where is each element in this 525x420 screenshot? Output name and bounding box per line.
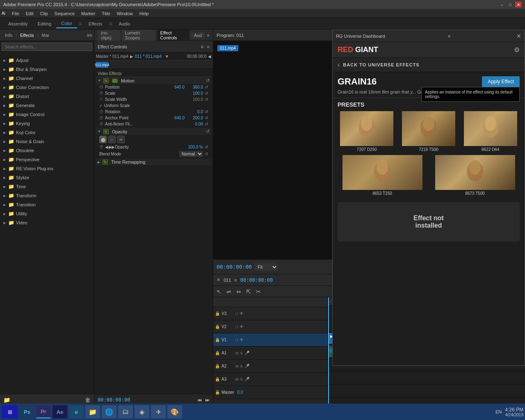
v3-eye-icon[interactable]: 👁 bbox=[240, 311, 244, 316]
tl-menu-icon[interactable]: ≡ bbox=[234, 278, 237, 283]
blend-mode-select[interactable]: Normal Multiply Screen bbox=[179, 151, 203, 157]
taskbar-app-ae[interactable]: Ae bbox=[52, 405, 67, 418]
source-tab-audio[interactable]: Aud bbox=[191, 32, 205, 39]
a2-lock-icon[interactable]: 🔒 bbox=[215, 364, 220, 368]
v2-fx-icon[interactable]: □ bbox=[235, 324, 238, 329]
scale-width-reset[interactable]: ↺ bbox=[205, 97, 208, 102]
preset-7207[interactable]: 7207 D250 bbox=[338, 111, 396, 152]
ec-opacity-pen[interactable]: ✏ bbox=[117, 136, 125, 143]
taskbar-app-files[interactable]: 🗂 bbox=[118, 405, 133, 418]
a2-m[interactable]: M bbox=[235, 364, 239, 368]
a1-lock-icon[interactable]: 🔒 bbox=[215, 351, 220, 355]
preset-7219[interactable]: 7219 T500 bbox=[399, 111, 458, 152]
taskbar-app-ps[interactable]: Ps bbox=[20, 405, 34, 418]
v3-fx-icon[interactable]: □ bbox=[235, 311, 238, 316]
a3-s[interactable]: S bbox=[240, 377, 243, 381]
master-lock-icon[interactable]: 🔒 bbox=[215, 390, 220, 395]
effect-controls-expand-icon[interactable]: » bbox=[207, 44, 210, 50]
position-reset[interactable]: ↺ bbox=[205, 85, 208, 89]
category-channel-header[interactable]: ▶ 📁 Channel bbox=[2, 75, 92, 82]
ec-btn-prev[interactable]: ⏮ bbox=[197, 397, 202, 402]
category-time-header[interactable]: ▶ 📁 Time bbox=[2, 183, 92, 190]
category-image-control-header[interactable]: ▶ 📁 Image Control bbox=[2, 111, 92, 118]
anchor-x[interactable]: 640.0 bbox=[166, 116, 185, 120]
anchor-y[interactable]: 200.0 bbox=[185, 116, 203, 120]
tl-razor-tool[interactable]: ✂ bbox=[254, 288, 262, 296]
ws-tab-assembly[interactable]: Assembly bbox=[3, 20, 33, 28]
taskbar-app-pr[interactable]: Pr bbox=[36, 405, 51, 418]
ws-tab-color[interactable]: Color bbox=[56, 19, 77, 28]
a2-mic-icon[interactable]: 🎤 bbox=[244, 364, 249, 368]
rotation-value[interactable]: 0.0 bbox=[185, 110, 203, 114]
a2-s[interactable]: S bbox=[240, 364, 243, 368]
menu-window[interactable]: Window bbox=[114, 10, 136, 17]
a3-lock-icon[interactable]: 🔒 bbox=[215, 377, 220, 381]
ec-opacity-circle[interactable]: ⬤ bbox=[99, 136, 107, 143]
ec-clip-label[interactable]: 011 * 011.mp4 bbox=[135, 54, 162, 59]
program-timecode[interactable]: 00:00:00:00 bbox=[217, 264, 252, 270]
position-stopwatch[interactable]: ⏱ bbox=[99, 85, 103, 89]
rotation-reset[interactable]: ↺ bbox=[205, 110, 208, 114]
v2-eye-icon[interactable]: 👁 bbox=[240, 324, 244, 329]
ec-opacity-square[interactable]: □ bbox=[108, 136, 116, 143]
category-distort-header[interactable]: ▶ 📁 Distort bbox=[2, 93, 92, 100]
ec-time-remapping-header[interactable]: ▶ fx Time Remapping bbox=[96, 159, 211, 165]
position-x[interactable]: 640.0 bbox=[166, 85, 185, 89]
rotation-stopwatch[interactable]: ⏱ bbox=[99, 110, 103, 114]
minimize-button[interactable]: – bbox=[499, 2, 505, 7]
timeline-timecode[interactable]: 00:00:00:00 bbox=[240, 277, 273, 283]
opacity-stopwatch[interactable]: ⏱ bbox=[99, 145, 103, 149]
anchor-reset[interactable]: ↺ bbox=[205, 116, 208, 120]
v1-lock-icon[interactable]: 🔒 bbox=[215, 338, 220, 342]
v2-lock-icon[interactable]: 🔒 bbox=[215, 324, 220, 329]
category-color-correction-header[interactable]: ▶ 📁 Color Correction bbox=[2, 84, 92, 91]
tab-effects[interactable]: Effects bbox=[17, 31, 37, 39]
effects-panel-expand[interactable]: » bbox=[89, 32, 92, 38]
v3-lock-icon[interactable]: 🔒 bbox=[215, 311, 220, 316]
a3-mic-icon[interactable]: 🎤 bbox=[244, 377, 249, 381]
start-button[interactable]: ⊞ bbox=[2, 405, 18, 418]
timeline-playhead[interactable] bbox=[328, 297, 329, 405]
tl-close-icon[interactable]: ✕ bbox=[217, 277, 220, 283]
taskbar-app-telegram[interactable]: ✈ bbox=[151, 405, 166, 418]
ec-opacity-header[interactable]: ▼ fx Opacity ↺ bbox=[96, 128, 211, 135]
taskbar-app-paint[interactable]: 🎨 bbox=[167, 405, 182, 418]
opacity-prev[interactable]: ◀ bbox=[105, 145, 108, 149]
source-tab-noclips[interactable]: (no clips) bbox=[98, 30, 120, 41]
rg-back-button[interactable]: ‹ BACK TO UNIVERSE EFFECTS bbox=[333, 58, 525, 72]
menu-marker[interactable]: Marker bbox=[78, 10, 98, 17]
a1-m[interactable]: M bbox=[235, 351, 239, 355]
ec-clip-expand[interactable]: ▼ bbox=[165, 54, 169, 59]
taskbar-app-chrome[interactable]: 🌐 bbox=[102, 405, 116, 418]
motion-reset[interactable]: ↺ bbox=[206, 78, 210, 83]
blend-mode-reset[interactable]: ↺ bbox=[205, 152, 208, 156]
tl-select-tool[interactable]: ↖ bbox=[215, 288, 223, 296]
opacity-next[interactable]: ▶ bbox=[112, 145, 115, 149]
source-tabs-expand[interactable]: » bbox=[207, 32, 210, 38]
scale-stopwatch[interactable]: ⏱ bbox=[99, 91, 103, 96]
uniform-scale-checkbox[interactable]: ✓ bbox=[99, 103, 103, 108]
menu-edit[interactable]: Edit bbox=[23, 10, 37, 17]
preset-8673[interactable]: 8673 T500 bbox=[430, 155, 520, 196]
category-video-header[interactable]: ▶ 📁 Video bbox=[2, 219, 92, 226]
category-koji-header[interactable]: ▶ 📁 Koji Color bbox=[2, 129, 92, 136]
effects-panel-menu[interactable]: ≡ bbox=[87, 32, 89, 38]
taskbar-app-ie[interactable]: e bbox=[69, 405, 84, 418]
preset-8622[interactable]: 8622 D64 bbox=[461, 111, 520, 152]
rg-gear-icon[interactable]: ⚙ bbox=[514, 46, 520, 54]
tab-info[interactable]: Info bbox=[2, 31, 16, 39]
a1-mic-icon[interactable]: 🎤 bbox=[244, 351, 249, 355]
position-y[interactable]: 360.0 bbox=[185, 85, 203, 89]
a3-m[interactable]: M bbox=[235, 377, 239, 381]
menu-clip[interactable]: Clip bbox=[37, 10, 51, 17]
preset-8653[interactable]: 8653 T250 bbox=[338, 155, 427, 196]
scale-reset[interactable]: ↺ bbox=[205, 91, 208, 96]
category-utility-header[interactable]: ▶ 📁 Utility bbox=[2, 210, 92, 217]
tl-ripple-tool[interactable]: ⇌ bbox=[225, 288, 233, 296]
opacity-value[interactable]: 100.0 % bbox=[185, 145, 203, 149]
antiflicker-reset[interactable]: ↺ bbox=[205, 122, 208, 126]
tl-rate-tool[interactable]: ⇱ bbox=[244, 288, 253, 296]
category-perspective-header[interactable]: ▶ 📁 Perspective bbox=[2, 156, 92, 163]
opacity-value-reset[interactable]: ↺ bbox=[205, 145, 208, 149]
v1-eye-icon[interactable]: 👁 bbox=[240, 338, 244, 342]
